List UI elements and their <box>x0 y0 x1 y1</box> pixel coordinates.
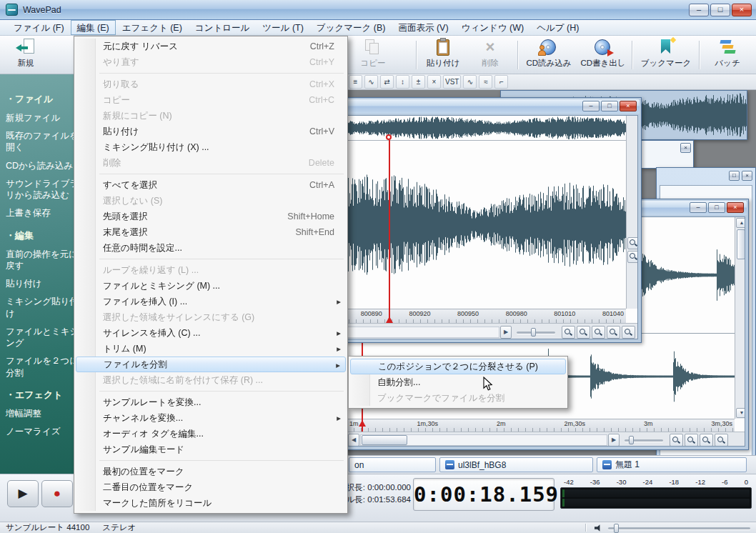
zoom-vertical-button[interactable] <box>622 326 635 339</box>
scrollbar-thumb[interactable] <box>362 435 407 445</box>
playback-cursor-marker[interactable] <box>359 420 366 427</box>
close-button[interactable]: × <box>727 202 744 213</box>
toolbar-cd-read-button[interactable]: CD読み込み <box>523 38 575 72</box>
tool-icon[interactable]: VST <box>443 75 461 89</box>
edit-menu-item[interactable]: ファイルを分割 <box>76 357 346 372</box>
zoom-selection-button[interactable] <box>700 434 713 447</box>
menu-item-label: 末尾を選択 <box>103 226 148 239</box>
maximize-button[interactable]: □ <box>710 4 730 16</box>
edit-menu-item[interactable]: 最初の位置をマーク <box>76 464 346 479</box>
playback-cursor-handle[interactable] <box>386 134 392 140</box>
vertical-zoom-bar[interactable] <box>626 116 638 309</box>
edit-menu-item[interactable]: 貼り付け Ctrl+V <box>76 124 346 139</box>
menubar-item[interactable]: ウィンドウ (W) <box>455 20 531 35</box>
zoom-fit-button[interactable] <box>607 326 620 339</box>
tool-icon[interactable]: ± <box>412 75 425 89</box>
vertical-zoom-in-button[interactable] <box>627 237 638 249</box>
tool-icon[interactable]: ⌐ <box>494 75 508 89</box>
background-window-fragment[interactable]: × <box>641 140 694 169</box>
zoom-selection-button[interactable] <box>592 326 605 339</box>
menubar-item[interactable]: ツール (T) <box>256 20 310 35</box>
minimize-button[interactable]: – <box>689 4 709 16</box>
menubar-item[interactable]: ブックマーク (B) <box>310 20 392 35</box>
edit-menu-item[interactable]: ファイルとミキシング (M) ... <box>76 278 346 294</box>
zoom-in-button[interactable] <box>562 326 575 339</box>
playback-cursor[interactable] <box>389 140 390 323</box>
maximize-button[interactable]: □ <box>729 171 740 181</box>
scroll-left-icon[interactable]: ◀ <box>348 434 359 447</box>
vertical-zoom-out-button[interactable] <box>627 251 638 263</box>
scroll-down-icon[interactable]: ▼ <box>736 408 745 418</box>
scroll-right-icon[interactable]: ▶ <box>608 434 620 447</box>
scroll-up-icon[interactable]: ▲ <box>736 218 745 228</box>
document-tab[interactable]: 無題 1 <box>597 457 747 472</box>
tool-icon[interactable]: ≡ <box>349 75 362 89</box>
copy-icon <box>363 38 383 57</box>
menubar-item[interactable]: 画面表示 (V) <box>392 20 454 35</box>
tool-icon[interactable]: ∿ <box>364 75 378 89</box>
menu-item-label: ミキシング貼り付け (X) ... <box>103 141 209 154</box>
edit-menu-item[interactable]: オーディオ タグを編集... <box>76 426 346 442</box>
menu-item-label: 新規にコピー (N) <box>103 110 172 122</box>
maximize-button[interactable]: □ <box>601 101 618 111</box>
vertical-scrollbar[interactable]: ▲ ▼ <box>735 217 745 419</box>
document-tab[interactable]: on <box>349 457 436 472</box>
close-button[interactable]: × <box>620 101 637 111</box>
edit-menu-item[interactable]: サイレンスを挿入 (C) ... <box>76 325 346 341</box>
zoom-slider[interactable] <box>623 434 665 447</box>
toolbar-batch-button[interactable]: バッチ <box>706 38 749 72</box>
zoom-in-button[interactable] <box>670 434 683 447</box>
edit-menu-item[interactable]: すべてを選択 Ctrl+A <box>76 177 346 193</box>
edit-menu-item[interactable]: トリム (M) <box>76 341 346 357</box>
toolbar-new-button[interactable]: 新規 <box>6 38 46 72</box>
maximize-button[interactable]: □ <box>708 202 725 213</box>
tool-icon[interactable]: ⇄ <box>380 75 394 89</box>
record-button[interactable]: ● <box>41 480 73 507</box>
minimize-button[interactable]: – <box>582 101 600 111</box>
zoom-fit-button[interactable] <box>715 434 728 447</box>
tool-icon[interactable]: ↕ <box>396 75 409 89</box>
playback-cursor-marker[interactable] <box>386 317 393 323</box>
close-button[interactable]: × <box>732 4 752 16</box>
meter-channel-right <box>562 499 750 507</box>
close-button[interactable]: × <box>742 171 752 181</box>
submenu-item[interactable]: このポジションで２つに分裂させる (P) <box>350 359 566 374</box>
edit-menu-item[interactable]: サンプル編集モード <box>76 442 346 457</box>
close-button[interactable]: × <box>680 143 691 153</box>
menubar-item[interactable]: エフェクト (E) <box>116 20 189 35</box>
meter-scale-label: -6 <box>722 478 727 487</box>
toolbar-bookmark-button[interactable]: ブックマーク <box>637 38 695 72</box>
edit-menu-item[interactable]: チャンネルを変換... <box>76 410 346 426</box>
submenu-item[interactable]: 自動分割... <box>350 374 566 390</box>
tool-icon[interactable]: ∿ <box>463 75 477 89</box>
tool-icon[interactable]: ≈ <box>479 75 492 89</box>
menubar-item[interactable]: ヘルプ (H) <box>530 20 585 35</box>
edit-menu-item[interactable]: マークした箇所をリコール <box>76 495 346 511</box>
edit-menu-item[interactable]: 先頭を選択 Shift+Home <box>76 209 346 224</box>
volume-slider-thumb[interactable] <box>614 524 619 533</box>
volume-control[interactable] <box>595 523 750 533</box>
tab-label: 無題 1 <box>615 459 640 471</box>
menubar-item[interactable]: ファイル (F) <box>7 20 71 35</box>
zoom-out-button[interactable] <box>577 326 590 339</box>
toolbar-paste-button[interactable]: 貼り付け <box>422 38 464 72</box>
edit-menu-item[interactable]: 任意の時間を設定... <box>76 240 346 256</box>
tool-icon[interactable]: × <box>427 75 441 89</box>
scroll-right-icon[interactable]: ▶ <box>500 326 512 339</box>
edit-menu-item[interactable]: 末尾を選択 Shift+End <box>76 224 346 240</box>
menubar-item[interactable]: コントロール <box>189 20 256 35</box>
toolbar-cd-write-button[interactable]: CD書き出し <box>577 38 629 72</box>
edit-menu-item[interactable]: 二番目の位置をマーク <box>76 479 346 495</box>
edit-menu-item[interactable]: 元に戻す リバース Ctrl+Z <box>76 39 346 54</box>
horizontal-scrollbar[interactable]: ◀ ▶ <box>347 432 745 447</box>
zoom-slider[interactable] <box>515 326 557 339</box>
play-button[interactable]: ▶ <box>7 480 39 507</box>
minimize-button[interactable]: – <box>690 202 707 213</box>
edit-menu-item[interactable]: ファイルを挿入 (I) ... <box>76 294 346 309</box>
app-titlebar[interactable]: WavePad – □ × <box>0 0 756 20</box>
edit-menu-item[interactable]: ミキシング貼り付け (X) ... <box>76 139 346 155</box>
document-tab[interactable]: ul3lBf_hBG8 <box>439 457 593 472</box>
edit-menu-item[interactable]: サンプルレートを変換... <box>76 394 346 410</box>
menubar-item[interactable]: 編集 (E) <box>71 20 116 35</box>
zoom-out-button[interactable] <box>685 434 698 447</box>
